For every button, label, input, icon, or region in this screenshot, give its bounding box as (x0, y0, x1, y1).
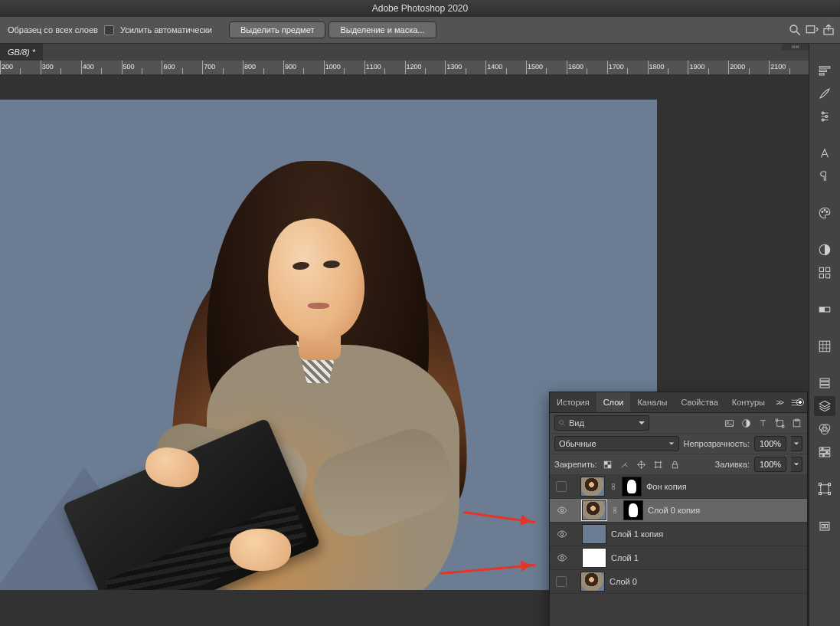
svg-point-40 (826, 211, 828, 213)
dock-properties-icon[interactable] (814, 442, 835, 462)
visibility-eye-icon[interactable] (556, 504, 568, 516)
layer-row[interactable]: Слой 1 копия (550, 523, 807, 546)
dock-adjustments-icon[interactable] (814, 240, 835, 260)
svg-rect-51 (820, 385, 829, 388)
panel-collapse-handle[interactable]: «« (782, 44, 809, 51)
layer-row[interactable]: Фон копия (550, 475, 807, 499)
layer-mask-thumb[interactable] (622, 477, 642, 497)
layer-filter-row: Вид (550, 413, 807, 434)
opacity-label: Непрозрачность: (684, 439, 750, 448)
visibility-toggle[interactable] (556, 576, 567, 587)
panel-tab-свойства[interactable]: Свойства (674, 392, 724, 412)
dock-transform-icon[interactable] (814, 479, 835, 499)
fill-value[interactable]: 100% (754, 457, 786, 472)
lock-label: Закрепить: (554, 460, 597, 469)
fill-label: Заливка: (715, 460, 750, 469)
opacity-value[interactable]: 100% (754, 436, 786, 451)
dock-color-icon[interactable] (814, 203, 835, 223)
dock-layers-icon[interactable] (814, 396, 835, 416)
blend-mode-dropdown[interactable]: Обычные (554, 436, 679, 451)
filter-toggle-icon[interactable] (796, 398, 804, 406)
fill-chevron-icon[interactable] (791, 457, 802, 472)
search-icon[interactable] (788, 23, 802, 37)
title-bar: Adobe Photoshop 2020 (0, 0, 840, 17)
mask-link-icon[interactable] (611, 504, 619, 516)
lock-artboard-icon[interactable] (652, 458, 665, 470)
lock-position-icon[interactable] (636, 458, 648, 470)
svg-rect-17 (656, 462, 662, 467)
dock-paragraph-icon[interactable] (814, 166, 835, 186)
svg-rect-47 (819, 307, 825, 312)
panel-tab-слои[interactable]: Слои (596, 392, 631, 412)
svg-point-39 (824, 209, 825, 211)
dock-brush-settings-icon[interactable] (814, 107, 835, 126)
lock-image-icon[interactable] (619, 458, 631, 470)
layer-filter-dropdown[interactable]: Вид (554, 415, 649, 431)
layer-row[interactable]: Слой 0 (550, 570, 807, 594)
dock-brush-icon[interactable] (814, 84, 835, 103)
svg-point-38 (822, 211, 823, 213)
svg-rect-56 (819, 451, 830, 454)
dock-channels-icon[interactable] (814, 419, 835, 439)
svg-rect-68 (825, 525, 828, 529)
svg-point-58 (822, 447, 823, 449)
dock-patterns-icon[interactable] (814, 336, 835, 356)
lock-transparency-icon[interactable] (602, 458, 614, 470)
panel-tab-история[interactable]: История (550, 392, 596, 412)
filter-type-icon[interactable] (757, 417, 769, 429)
workspace-switcher-icon[interactable] (805, 23, 819, 37)
layer-name[interactable]: Слой 1 (611, 553, 801, 562)
layer-mask-thumb[interactable] (623, 500, 643, 520)
select-and-mask-button[interactable]: Выделение и маска... (328, 21, 436, 38)
panel-tab-контуры[interactable]: Контуры (725, 392, 772, 412)
select-subject-button[interactable]: Выделить предмет (229, 21, 326, 38)
layer-thumb[interactable] (582, 524, 606, 544)
filter-shape-icon[interactable] (773, 417, 786, 429)
dock-libraries-icon[interactable] (814, 516, 835, 536)
filter-pixel-icon[interactable] (723, 417, 735, 429)
svg-rect-49 (820, 379, 829, 381)
svg-rect-34 (819, 74, 824, 75)
visibility-eye-icon[interactable] (556, 528, 568, 540)
lock-all-icon[interactable] (669, 458, 681, 470)
panel-collapse-icon[interactable]: >> (776, 398, 783, 407)
dock-swatches-icon[interactable] (814, 263, 835, 283)
dock-history-icon[interactable] (814, 61, 835, 80)
svg-rect-55 (819, 447, 830, 450)
panel-tab-каналы[interactable]: Каналы (630, 392, 674, 412)
layer-thumb[interactable] (582, 548, 606, 568)
mask-link-icon[interactable] (610, 480, 617, 493)
horizontal-ruler[interactable]: 2003004005006007008009001000110012001300… (0, 61, 840, 75)
layer-thumb[interactable] (580, 477, 605, 497)
panel-tab-strip: ИсторияСлоиКаналыСвойстваКонтуры >> (550, 392, 807, 413)
filter-smart-icon[interactable] (790, 417, 802, 429)
svg-rect-18 (673, 464, 678, 467)
layer-name[interactable]: Слой 1 копия (611, 529, 801, 539)
options-bar: Образец со всех слоев Усилить автоматиче… (0, 17, 840, 44)
dock-character-icon[interactable] (814, 143, 835, 163)
enhance-label: Усилить автоматически (117, 25, 215, 34)
layer-name[interactable]: Фон копия (646, 482, 801, 491)
layer-row[interactable]: Слой 1 (550, 546, 807, 570)
share-icon[interactable] (822, 23, 835, 37)
svg-point-0 (790, 25, 797, 32)
dock-paths-icon[interactable] (814, 373, 835, 393)
svg-rect-61 (821, 485, 829, 493)
svg-rect-63 (829, 483, 831, 486)
layers-list: Фон копияСлой 0 копияСлой 1 копияСлой 1С… (550, 475, 807, 626)
layer-name[interactable]: Слой 0 (610, 577, 801, 586)
dock-gradients-icon[interactable] (814, 300, 835, 320)
document-tab[interactable]: GB/8) * (0, 44, 43, 61)
layer-row[interactable]: Слой 0 копия (550, 499, 807, 523)
visibility-toggle[interactable] (556, 481, 567, 492)
svg-point-22 (561, 509, 564, 512)
layer-name[interactable]: Слой 0 копия (648, 506, 801, 515)
opacity-chevron-icon[interactable] (791, 436, 802, 451)
layer-thumb[interactable] (582, 500, 606, 520)
layer-thumb[interactable] (580, 572, 605, 592)
visibility-eye-icon[interactable] (556, 552, 568, 564)
filter-adjust-icon[interactable] (740, 417, 752, 429)
svg-point-26 (561, 533, 564, 536)
enhance-checkbox[interactable] (104, 25, 114, 35)
svg-rect-32 (819, 67, 830, 68)
